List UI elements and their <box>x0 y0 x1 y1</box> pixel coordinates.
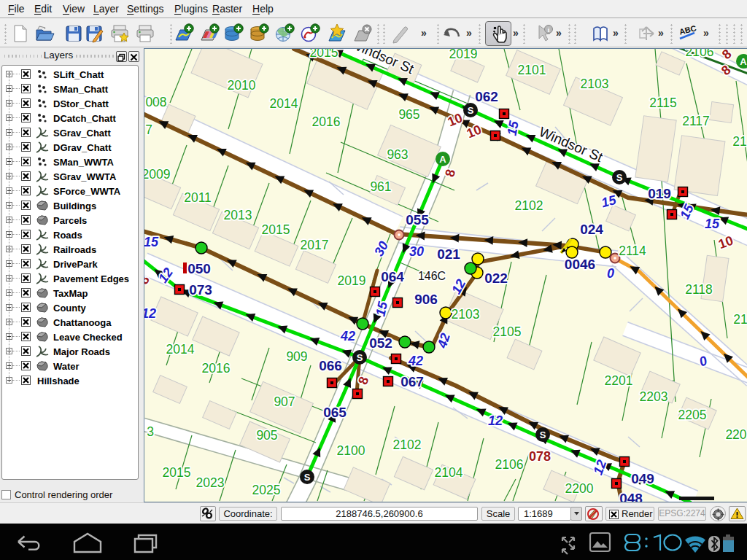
svg-text:2015: 2015 <box>163 465 191 480</box>
svg-text:S: S <box>357 352 363 363</box>
svg-text:2025: 2025 <box>252 483 281 497</box>
svg-text:2014: 2014 <box>166 342 195 357</box>
svg-text:019: 019 <box>648 186 671 201</box>
svg-text:2117: 2117 <box>682 114 710 128</box>
svg-text:052: 052 <box>369 335 392 351</box>
svg-text:067: 067 <box>400 374 424 389</box>
svg-text:2019: 2019 <box>449 49 478 61</box>
svg-text:A: A <box>439 154 446 165</box>
svg-text:2103: 2103 <box>452 307 480 322</box>
svg-text:2104: 2104 <box>435 465 463 480</box>
svg-text:2200: 2200 <box>565 481 594 496</box>
svg-text:S: S <box>468 105 474 116</box>
svg-text:2023: 2023 <box>196 475 225 490</box>
svg-text:S: S <box>540 429 546 440</box>
svg-text:2100: 2100 <box>337 443 365 458</box>
svg-text:2015: 2015 <box>262 222 290 237</box>
svg-text:2009: 2009 <box>144 167 170 182</box>
svg-text:2203: 2203 <box>640 389 668 404</box>
svg-text:0046: 0046 <box>565 257 595 272</box>
svg-text:078: 078 <box>529 449 551 464</box>
svg-text:2016: 2016 <box>202 361 231 376</box>
svg-text:2114: 2114 <box>619 244 646 258</box>
svg-text:008: 008 <box>145 95 166 109</box>
svg-text:42: 42 <box>408 354 423 368</box>
svg-text:2201: 2201 <box>605 373 633 388</box>
svg-text:2118: 2118 <box>685 282 713 297</box>
svg-text:2106: 2106 <box>686 49 714 59</box>
svg-text:2103: 2103 <box>581 77 609 91</box>
svg-text:7: 7 <box>145 122 152 137</box>
svg-text:050: 050 <box>187 261 211 276</box>
svg-text:073: 073 <box>189 282 212 298</box>
svg-text:905: 905 <box>256 428 277 443</box>
svg-text:2013: 2013 <box>224 208 252 222</box>
svg-text:048: 048 <box>619 491 643 502</box>
svg-text:064: 064 <box>381 269 404 284</box>
svg-text:S: S <box>616 172 623 183</box>
svg-text:2010: 2010 <box>228 78 256 93</box>
svg-text:2016: 2016 <box>312 114 341 129</box>
svg-text:220: 220 <box>725 427 746 442</box>
svg-text:S: S <box>304 472 311 483</box>
svg-text:055: 055 <box>406 212 429 228</box>
svg-text:146C: 146C <box>418 270 446 282</box>
svg-text:021: 021 <box>437 246 460 262</box>
svg-text:21: 21 <box>733 312 747 327</box>
svg-text:21: 21 <box>732 134 746 149</box>
svg-text:965: 965 <box>398 107 419 122</box>
svg-text:30: 30 <box>409 244 424 259</box>
svg-text:906: 906 <box>414 292 438 307</box>
svg-text:2115: 2115 <box>649 96 677 110</box>
svg-text:961: 961 <box>370 179 391 194</box>
svg-text:42: 42 <box>340 329 355 343</box>
svg-text:0: 0 <box>607 266 614 281</box>
svg-text:2014: 2014 <box>270 96 298 111</box>
svg-text:065: 065 <box>323 405 347 420</box>
svg-text:907: 907 <box>274 394 295 409</box>
svg-text:2205: 2205 <box>678 408 707 422</box>
svg-text:2102: 2102 <box>393 438 422 452</box>
svg-text:2015: 2015 <box>310 49 338 60</box>
svg-text:2105: 2105 <box>493 324 522 339</box>
svg-text:066: 066 <box>319 358 342 373</box>
svg-text:ABC: ABC <box>678 23 697 36</box>
svg-text:12: 12 <box>144 306 156 321</box>
svg-text:12: 12 <box>488 413 503 428</box>
svg-text:024: 024 <box>580 222 603 237</box>
svg-text:3: 3 <box>147 424 154 439</box>
svg-text:022: 022 <box>484 271 508 286</box>
svg-text:15: 15 <box>144 235 159 249</box>
svg-text:062: 062 <box>475 89 498 104</box>
svg-text:2011: 2011 <box>184 190 212 205</box>
svg-text:A: A <box>740 56 747 67</box>
svg-text:963: 963 <box>387 147 408 162</box>
svg-text:2101: 2101 <box>518 63 546 77</box>
svg-text:15: 15 <box>705 217 720 231</box>
svg-text:2017: 2017 <box>301 238 329 252</box>
svg-text:2019: 2019 <box>338 273 366 288</box>
svg-text:2102: 2102 <box>515 198 543 213</box>
svg-text:049: 049 <box>631 471 654 486</box>
svg-text:2106: 2106 <box>495 457 524 472</box>
svg-text:909: 909 <box>286 349 307 364</box>
